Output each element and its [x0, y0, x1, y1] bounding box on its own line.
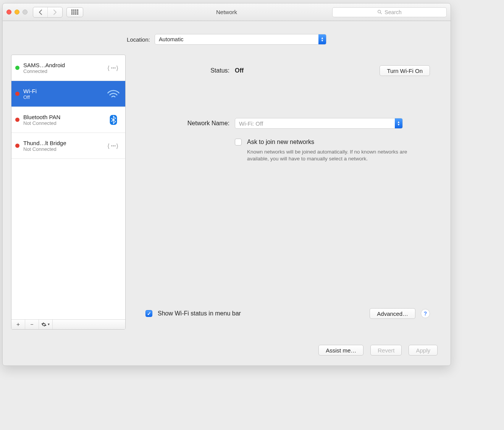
services-sidebar: SAMS…AndroidConnectedWi-FiOffBluetooth P… [11, 55, 126, 330]
back-button[interactable] [33, 7, 48, 17]
navigation-group [33, 7, 63, 18]
service-name: Thund…lt Bridge [23, 140, 102, 146]
status-dot-icon [15, 92, 19, 96]
ask-to-join-checkbox[interactable] [235, 139, 242, 145]
service-item[interactable]: Wi-FiOff [11, 81, 125, 107]
service-item[interactable]: SAMS…AndroidConnected [11, 55, 125, 81]
footer: Assist me… Revert Apply [3, 337, 451, 365]
service-status: Not Connected [23, 146, 102, 152]
advanced-button[interactable]: Advanced… [370, 308, 415, 319]
window-controls [6, 10, 27, 15]
search-placeholder: Search [384, 9, 401, 15]
status-dot-icon [15, 66, 19, 70]
search-icon [377, 10, 382, 15]
close-window-button[interactable] [6, 10, 11, 15]
select-caret-icon: ▲▼ [395, 118, 402, 128]
show-menubar-label: Show Wi-Fi status in menu bar [158, 310, 241, 317]
add-service-button[interactable]: ＋ [11, 320, 25, 329]
search-field[interactable]: Search [332, 7, 447, 17]
status-label: Status: [145, 67, 229, 74]
help-button[interactable]: ? [421, 309, 430, 318]
turn-wifi-on-button[interactable]: Turn Wi-Fi On [380, 65, 430, 76]
ethernet-icon [105, 141, 121, 151]
location-row: Location: Automatic ▲▼ [3, 21, 451, 55]
revert-button[interactable]: Revert [370, 345, 402, 356]
service-name: SAMS…Android [23, 62, 102, 68]
service-name: Bluetooth PAN [23, 114, 102, 120]
location-select[interactable]: Automatic ▲▼ [155, 34, 326, 45]
service-status: Off [23, 94, 102, 100]
gear-icon [41, 322, 47, 327]
wifi-icon [105, 89, 121, 99]
network-name-value: Wi-Fi: Off [239, 120, 263, 127]
svg-line-1 [381, 13, 382, 14]
minimize-window-button[interactable] [15, 10, 19, 15]
bluetooth-icon [105, 115, 121, 125]
ask-to-join-description: Known networks will be joined automatica… [247, 149, 407, 162]
service-item[interactable]: Bluetooth PANNot Connected [11, 107, 125, 133]
remove-service-button[interactable]: － [25, 320, 39, 329]
sidebar-toolbar: ＋ － ▼ [11, 319, 125, 329]
status-dot-icon [15, 118, 19, 122]
show-menubar-checkbox[interactable]: ✓ [145, 310, 152, 317]
status-dot-icon [15, 144, 19, 148]
location-label: Location: [127, 36, 150, 43]
network-name-label: Network Name: [145, 120, 229, 127]
svg-point-0 [378, 10, 381, 13]
service-item[interactable]: Thund…lt BridgeNot Connected [11, 133, 125, 159]
service-name: Wi-Fi [23, 88, 102, 94]
apply-button[interactable]: Apply [409, 345, 438, 356]
select-caret-icon: ▲▼ [318, 34, 326, 44]
grid-icon [71, 10, 78, 15]
zoom-window-button[interactable] [23, 10, 27, 15]
service-actions-button[interactable]: ▼ [39, 320, 53, 329]
assist-me-button[interactable]: Assist me… [318, 345, 363, 356]
content-area: SAMS…AndroidConnectedWi-FiOffBluetooth P… [3, 55, 451, 337]
preferences-window: Network Search Location: Automatic ▲▼ SA… [2, 3, 451, 366]
status-value: Off [235, 67, 244, 74]
ask-to-join-label: Ask to join new networks [247, 139, 314, 145]
forward-button[interactable] [48, 7, 62, 17]
service-status: Connected [23, 68, 102, 74]
service-status: Not Connected [23, 120, 102, 126]
network-name-select[interactable]: Wi-Fi: Off ▲▼ [235, 118, 403, 129]
location-value: Automatic [159, 36, 183, 42]
titlebar: Network Search [3, 3, 451, 21]
chevron-left-icon [39, 10, 42, 15]
detail-panel: Status: Off Turn Wi-Fi On Network Name: … [133, 55, 442, 330]
chevron-down-icon: ▼ [47, 323, 50, 326]
ethernet-icon [105, 63, 121, 73]
chevron-right-icon [53, 10, 57, 15]
show-all-button[interactable] [66, 7, 83, 17]
